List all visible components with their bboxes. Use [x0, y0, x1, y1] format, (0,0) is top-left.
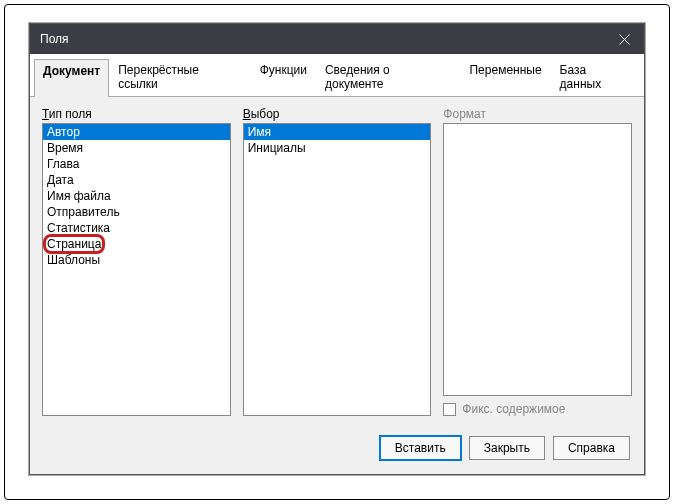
tab-functions[interactable]: Функции — [251, 58, 316, 96]
help-button[interactable]: Справка — [553, 436, 630, 460]
list-item[interactable]: Инициалы — [244, 140, 431, 156]
titlebar: Поля — [30, 24, 644, 54]
tab-document[interactable]: Документ — [34, 59, 109, 97]
list-item-label: Страница — [47, 237, 101, 251]
list-item[interactable]: Имя файла — [43, 188, 230, 204]
fields-dialog: Поля Документ Перекрёстные ссылки Функци… — [29, 23, 645, 475]
tab-doc-info[interactable]: Сведения о документе — [316, 58, 461, 96]
list-item[interactable]: Время — [43, 140, 230, 156]
list-item[interactable]: Глава — [43, 156, 230, 172]
list-item[interactable]: Имя — [244, 124, 431, 140]
select-listbox[interactable]: Имя Инициалы — [243, 123, 432, 416]
checkbox-icon — [443, 403, 456, 416]
insert-button[interactable]: Вставить — [380, 436, 461, 460]
list-item[interactable]: Дата — [43, 172, 230, 188]
tab-cross-references[interactable]: Перекрёстные ссылки — [109, 58, 250, 96]
list-item[interactable]: Автор — [43, 124, 230, 140]
list-item[interactable]: Шаблоны — [43, 252, 230, 268]
list-item-page[interactable]: Страница — [43, 236, 230, 252]
fixed-content-checkbox[interactable]: Фикс. содержимое — [443, 402, 632, 416]
close-button[interactable]: Закрыть — [469, 436, 545, 460]
tab-database[interactable]: База данных — [551, 58, 640, 96]
list-item[interactable]: Статистика — [43, 220, 230, 236]
checkbox-label: Фикс. содержимое — [462, 402, 565, 416]
close-icon[interactable] — [604, 24, 644, 54]
type-label: Тип поля — [42, 107, 231, 121]
format-listbox — [443, 123, 632, 396]
dialog-title: Поля — [40, 32, 69, 46]
tab-variables[interactable]: Переменные — [460, 58, 550, 96]
format-label: Формат — [443, 107, 632, 121]
tab-bar: Документ Перекрёстные ссылки Функции Све… — [30, 54, 644, 97]
type-listbox[interactable]: Автор Время Глава Дата Имя файла Отправи… — [42, 123, 231, 416]
select-label: Выбор — [243, 107, 432, 121]
list-item[interactable]: Отправитель — [43, 204, 230, 220]
